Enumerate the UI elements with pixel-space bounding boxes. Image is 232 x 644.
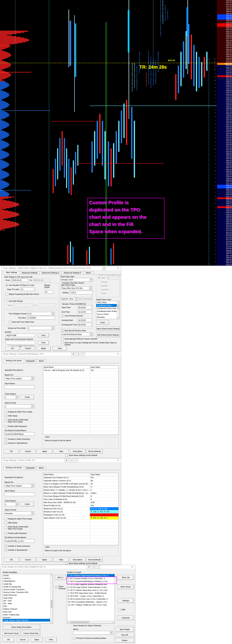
graphed-study-item[interactable]: 9 | ID:3 Current Price Line | 0 ms | Cal… (67, 598, 115, 600)
range-to-field[interactable] (37, 304, 56, 307)
ok-button[interactable]: OK (3, 637, 14, 642)
input-row[interactable] (43, 394, 118, 397)
move-icon[interactable]: ✥ (71, 352, 75, 356)
graphed-study-item[interactable]: 8 | ID:5 VbP - 1 Days | 3 ms | CalcOrder… (67, 595, 115, 598)
input-row[interactable] (43, 431, 118, 434)
column-input-name[interactable]: Input Name (43, 366, 90, 369)
use-days-radio[interactable]: Use Number Of Days To Load (6, 284, 34, 286)
new-bar-session-checkbox[interactable]: ✓New Bar At Session Start (61, 330, 86, 332)
chevron-down-icon[interactable]: ▼ (89, 286, 92, 290)
reset-defaults-button[interactable]: Reset Defaults (87, 449, 103, 454)
cancel-button[interactable]: Cancel (20, 449, 36, 454)
input-row[interactable] (43, 397, 118, 400)
inputs-table[interactable]: Input NameInput ValueTrun on - add to fi… (43, 366, 119, 435)
hist-quarterly-radio[interactable]: Quarterly (98, 288, 109, 291)
available-study-item[interactable]: KD - Slow (3, 602, 50, 605)
chevron-down-icon[interactable]: ▼ (31, 405, 34, 408)
input-row[interactable] (43, 535, 118, 538)
help-button[interactable]: Help (45, 637, 57, 642)
tab-settings-inputs[interactable]: Settings and Inputs (3, 359, 24, 363)
chevron-down-icon[interactable]: ▼ (31, 484, 34, 487)
input-row[interactable] (43, 409, 118, 412)
prompt-remove-checkbox[interactable]: Prompt to Remove Existing Studies (73, 637, 106, 640)
input-row[interactable]: Balanced Color (In:12)R: 0, G: 128, B: 2… (43, 507, 118, 510)
column-input-value[interactable]: Input Value (90, 366, 118, 369)
input-row[interactable]: Blocks or Letters (Require Profile Reset… (43, 492, 118, 495)
available-study-item[interactable]: KDJ (3, 605, 50, 608)
input-row[interactable] (43, 520, 118, 523)
bar-period-type-select[interactable]: Days-Mins-Secs Per Bar▼ (61, 286, 92, 290)
input-row[interactable] (43, 532, 118, 535)
move-down-button[interactable]: Move Down (118, 584, 134, 589)
input-row[interactable] (43, 406, 118, 409)
hide-checkbox[interactable]: Hide (118, 608, 125, 611)
send-to-icon[interactable]: ↪ (97, 565, 101, 569)
chart-region-select[interactable]: 1▼ (4, 502, 19, 506)
from-date-field[interactable]: 2019-03-11 (11, 278, 28, 282)
available-study-item[interactable]: Keltner Channel (3, 608, 50, 610)
setting-field[interactable]: 0-30-0 (70, 291, 93, 294)
send-to-icon[interactable]: ↪ (74, 459, 78, 462)
chevron-down-icon[interactable]: ▼ (52, 326, 54, 330)
input-row[interactable] (43, 425, 118, 428)
input-row[interactable] (43, 428, 118, 431)
input-row[interactable] (43, 418, 118, 422)
new-trend-bar-select[interactable]: New Trend Bar W▼ (78, 297, 92, 300)
add-custom-study-button[interactable]: Add Custom Study (3, 631, 20, 636)
input-row[interactable] (43, 403, 118, 406)
chevron-down-icon[interactable]: ▼ (110, 631, 113, 634)
chevron-down-icon[interactable]: ▼ (90, 333, 93, 336)
input-row[interactable] (43, 400, 118, 403)
protect-password-checkbox[interactable]: Protect with Password (5, 425, 27, 428)
tab-main-settings[interactable]: Main Settings (3, 271, 20, 274)
input-row[interactable]: Open Marker Color (In:15)R: 255, G: 255,… (43, 516, 118, 520)
settings-button[interactable]: Settings (118, 598, 134, 603)
auto-set-checkbox[interactable]: Auto-Set From Data Feed (9, 321, 34, 323)
show-description-button[interactable]: Show Study Description (3, 625, 40, 630)
tab-subgraphs[interactable]: Subgraphs (24, 466, 37, 470)
reset-defaults-button[interactable]: Reset Defaults (87, 558, 103, 562)
available-study-item[interactable]: Inverse Fisher Transform RSI (3, 591, 50, 594)
adjust-proportional-checkbox[interactable]: Adjust Proportional With Bar Period (6, 293, 39, 296)
available-study-item[interactable]: KD - Fast (3, 599, 50, 602)
hist-weekly-radio[interactable]: Weekly (98, 281, 107, 283)
adjust-icon[interactable]: ⎇ (76, 352, 80, 356)
include-summary-checkbox[interactable]: ✓Include in Study Summary (5, 545, 30, 548)
input-row[interactable]: Font Size (Require Profile Reset (below)… (43, 495, 118, 498)
based-on-select[interactable]: <Main Price Graph>▼ (4, 376, 34, 380)
dialog-titlebar[interactable]: Study Settings: Custom Profile. ID:1 ✥ ⎇… (2, 458, 121, 462)
add-study-button[interactable]: Add >> (55, 575, 66, 580)
chart-data-type-select[interactable]: Intraday Chart▼ (60, 278, 93, 281)
weekend-data-select[interactable]: Load All Weekend Data▼ (61, 332, 93, 336)
price-display-format-select[interactable]: 0.01▼ (27, 312, 55, 315)
short-name-field[interactable] (4, 385, 35, 389)
input-row[interactable] (43, 378, 118, 381)
available-study-item[interactable]: Inside Bar (3, 582, 50, 585)
use-date-range-radio[interactable]: Use Date Range (6, 300, 23, 302)
available-study-item[interactable]: Large Volume Trade Indicator (3, 619, 50, 622)
studies-available-list[interactable]: ▲▼ InertiaInertia 2Initial BalanceInside… (3, 574, 53, 624)
hist-yearly-radio[interactable]: Yearly (98, 292, 106, 294)
input-row[interactable] (43, 541, 118, 544)
input-row[interactable] (43, 523, 118, 526)
move-icon[interactable]: ✥ (87, 565, 91, 569)
chevron-down-icon[interactable]: ▼ (52, 312, 54, 315)
evening-end-field[interactable]: 09:29:59 (78, 323, 92, 326)
gap-fill-select[interactable]: Gap Fill - None▼ (61, 297, 78, 300)
apply-button[interactable]: Apply (37, 449, 52, 454)
input-row[interactable] (43, 375, 118, 378)
dll-name-field[interactable]: CustomProfile_U_64.s (4, 539, 35, 543)
move-icon[interactable]: ✥ (64, 459, 69, 462)
input-row[interactable]: Breakdown Color (In:14)R: 255, G: 0, B: … (43, 514, 118, 516)
available-study-item[interactable]: Inertia (3, 574, 50, 577)
close-icon[interactable]: ✕ (116, 459, 120, 462)
available-study-item[interactable]: Kijun-Sen (3, 610, 50, 613)
market-depth-field[interactable]: 10 (44, 290, 53, 294)
help-button[interactable]: Help (53, 558, 69, 562)
edit-global-button[interactable]: Edit Global Symbol Settings (96, 332, 120, 337)
value-format-select[interactable]: Inherited▼ (4, 512, 34, 515)
input-row[interactable]: Historic Bars: 0 = disable, 1 = all bars… (43, 488, 118, 492)
delete-button[interactable]: Delete (115, 638, 134, 642)
adjust-icon[interactable]: ⎇ (92, 565, 96, 569)
save-default-checkbox[interactable]: Save these settings as the default (65, 454, 97, 457)
